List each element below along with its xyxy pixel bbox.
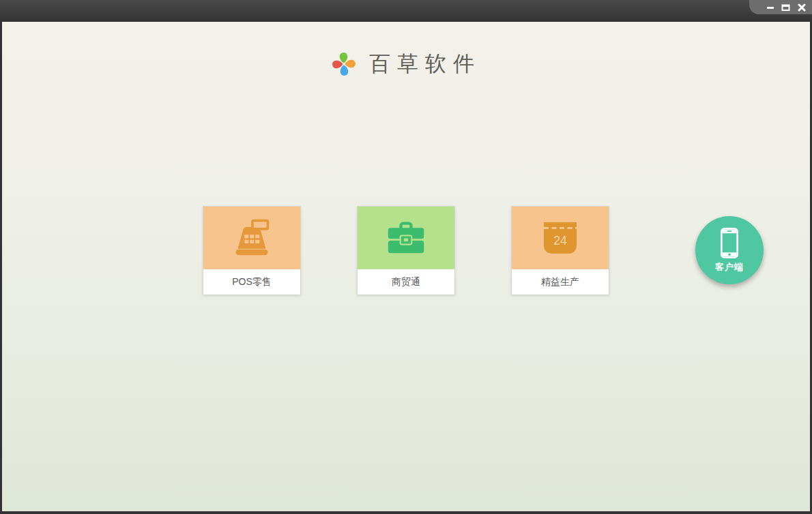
titlebar[interactable]	[0, 0, 812, 22]
client-button-label: 客户端	[715, 261, 744, 273]
pinwheel-logo-icon	[331, 51, 357, 77]
client-button[interactable]: 客户端	[695, 216, 764, 284]
smartphone-icon	[721, 228, 738, 258]
product-label-pos: POS零售	[203, 269, 300, 294]
minimize-icon	[766, 3, 774, 12]
product-card-trade[interactable]: 商贸通	[357, 206, 455, 294]
minimize-button[interactable]	[765, 3, 775, 12]
product-card-pos[interactable]: POS零售	[203, 206, 301, 294]
product-card-lean[interactable]: 24 精益生产	[511, 206, 609, 294]
product-tile-lean: 24	[512, 207, 609, 269]
close-button[interactable]	[796, 3, 807, 12]
briefcase-icon	[387, 221, 425, 255]
product-tile-trade	[358, 207, 454, 269]
window-controls	[749, 0, 812, 14]
product-label-lean: 精益生产	[512, 269, 609, 294]
calendar-icon: 24	[544, 222, 577, 254]
product-label-trade: 商贸通	[358, 269, 454, 294]
brand-header: 百草软件	[2, 22, 810, 97]
cash-register-icon	[231, 219, 272, 257]
close-icon	[798, 3, 806, 12]
app-window: 百草软件 POS零售	[0, 0, 812, 514]
app-title: 百草软件	[369, 50, 481, 78]
product-tile-pos	[203, 207, 300, 269]
calendar-day-text: 24	[553, 234, 567, 247]
main-content: 百草软件 POS零售	[2, 22, 810, 511]
maximize-button[interactable]	[781, 3, 791, 12]
maximize-icon	[781, 3, 790, 12]
